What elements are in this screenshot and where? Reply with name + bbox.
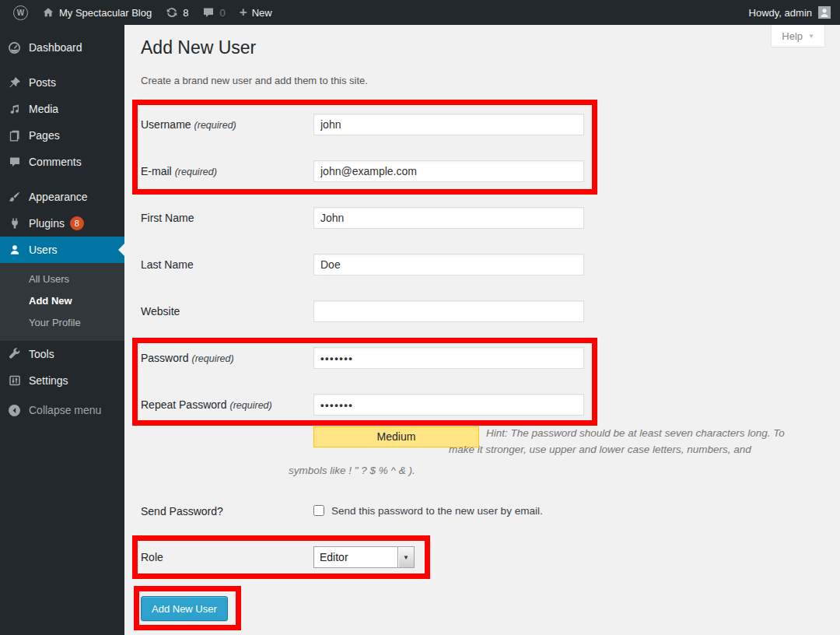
first-name-input[interactable] (313, 207, 584, 229)
admin-bar-right: Howdy, admin (749, 6, 840, 19)
submenu-item-add-new[interactable]: Add New (0, 290, 124, 312)
website-label: Website (141, 300, 180, 322)
media-icon (0, 103, 29, 115)
page-description: Create a brand new user and add them to … (141, 75, 368, 86)
howdy-text[interactable]: Howdy, admin (749, 7, 812, 19)
sidebar-item-label: Plugins (29, 217, 65, 230)
repeat-password-input[interactable] (313, 394, 584, 416)
username-input[interactable] (313, 114, 584, 135)
wordpress-admin-screen: W My Spectacular Blog 8 0 (0, 0, 840, 635)
users-submenu: All Users Add New Your Profile (0, 263, 124, 341)
sidebar-item-label: Settings (29, 374, 68, 387)
sidebar-item-label: Users (29, 244, 58, 256)
menu-separator (0, 61, 124, 69)
home-icon (42, 6, 54, 19)
email-label: E-mail(required) (141, 160, 217, 183)
plug-icon (0, 217, 29, 230)
username-label: Username(required) (141, 114, 236, 136)
password-label: Password(required) (141, 347, 234, 370)
comment-bubble-icon (202, 6, 215, 19)
required-note: (required) (230, 400, 272, 411)
comments-link[interactable]: 0 (195, 0, 232, 25)
email-input[interactable] (313, 160, 584, 182)
first-name-label: First Name (141, 207, 194, 229)
submenu-item-all-users[interactable]: All Users (0, 268, 124, 290)
sidebar-item-label: Posts (29, 76, 56, 89)
avatar[interactable] (818, 6, 831, 19)
plugins-update-badge: 8 (70, 216, 84, 230)
collapse-menu-button[interactable]: Collapse menu (0, 397, 124, 423)
menu-separator (0, 175, 124, 184)
admin-sidebar: Dashboard Posts Media Pages (0, 25, 124, 635)
page-title: Add New User (141, 36, 256, 59)
comment-count: 0 (219, 7, 225, 19)
sidebar-item-users[interactable]: Users (0, 237, 124, 263)
send-password-checkbox-label: Send this password to the new user by em… (331, 501, 543, 521)
sidebar-item-label: Appearance (29, 191, 88, 203)
updates-link[interactable]: 8 (159, 0, 195, 25)
collapse-arrow-icon (0, 404, 29, 417)
admin-bar: W My Spectacular Blog 8 0 (0, 0, 840, 25)
role-label: Role (141, 546, 163, 568)
paintbrush-icon (0, 191, 29, 203)
role-select[interactable]: Editor ▼ (313, 546, 415, 568)
last-name-input[interactable] (313, 254, 584, 275)
help-label: Help (782, 30, 803, 42)
sidebar-item-plugins[interactable]: Plugins 8 (0, 210, 124, 237)
sidebar-item-appearance[interactable]: Appearance (0, 184, 124, 210)
sidebar-item-media[interactable]: Media (0, 96, 124, 122)
last-name-label: Last Name (141, 254, 194, 275)
sidebar-item-label: Collapse menu (29, 404, 101, 416)
password-hint-line: Hint: The password should be at least se… (486, 427, 785, 439)
password-hint-line: make it stronger, use upper and lower ca… (449, 444, 751, 455)
repeat-password-label: Repeat Password(required) (141, 394, 272, 416)
sidebar-item-posts[interactable]: Posts (0, 69, 124, 96)
update-icon (166, 6, 178, 19)
dashboard-icon (0, 41, 29, 54)
required-note: (required) (194, 120, 236, 131)
wordpress-logo-icon: W (13, 5, 28, 20)
wordpress-logo-menu[interactable]: W (6, 0, 35, 25)
pages-icon (0, 129, 29, 142)
submenu-item-your-profile[interactable]: Your Profile (0, 312, 124, 334)
website-input[interactable] (313, 300, 584, 322)
send-password-label: Send Password? (141, 501, 223, 521)
new-label: New (252, 7, 272, 19)
admin-bar-left: W My Spectacular Blog 8 0 (0, 0, 279, 25)
comment-bubble-icon (0, 156, 29, 168)
sidebar-item-settings[interactable]: Settings (0, 367, 124, 394)
update-count: 8 (183, 7, 188, 19)
send-password-checkbox[interactable] (313, 505, 324, 516)
sidebar-item-label: Comments (29, 156, 82, 168)
dropdown-arrow-icon: ▼ (397, 547, 414, 567)
sidebar-item-pages[interactable]: Pages (0, 122, 124, 149)
sidebar-item-label: Tools (29, 348, 54, 360)
required-note: (required) (191, 353, 233, 364)
new-content-menu[interactable]: + New (233, 0, 279, 25)
required-note: (required) (175, 167, 217, 177)
add-new-user-button[interactable]: Add New User (141, 596, 228, 621)
password-hint-line: symbols like ! " ? $ % ^ & ). (289, 465, 415, 476)
main-content: Help ▼ Add New User Create a brand new u… (124, 25, 840, 635)
role-selected-value: Editor (314, 547, 397, 567)
sidebar-item-comments[interactable]: Comments (0, 149, 124, 175)
sliders-icon (0, 374, 29, 387)
sidebar-item-label: Dashboard (29, 41, 82, 54)
sidebar-item-dashboard[interactable]: Dashboard (0, 34, 124, 61)
help-tab[interactable]: Help ▼ (771, 25, 825, 47)
pushpin-icon (0, 76, 29, 89)
plus-icon: + (240, 5, 247, 19)
sidebar-item-label: Media (29, 103, 58, 115)
sidebar-item-tools[interactable]: Tools (0, 341, 124, 367)
site-name: My Spectacular Blog (59, 7, 152, 19)
user-icon (0, 244, 29, 256)
site-name-link[interactable]: My Spectacular Blog (35, 0, 159, 25)
password-input[interactable] (313, 347, 584, 369)
sidebar-item-label: Pages (29, 129, 60, 142)
wrench-icon (0, 348, 29, 360)
caret-down-icon: ▼ (808, 33, 814, 40)
